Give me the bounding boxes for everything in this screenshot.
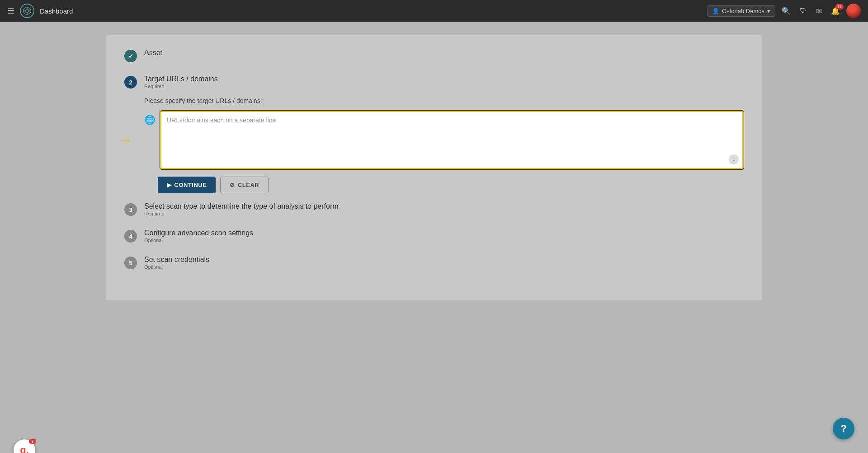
user-label: Ostorlab Demos [722,8,764,14]
notification-badge: 11 [835,4,844,9]
shield-button[interactable]: 🛡 [797,5,810,17]
search-button[interactable]: 🔍 [779,5,793,17]
step-3-sublabel: Required [144,211,744,216]
step-1-badge: ✓ [124,50,137,62]
nav-title: Dashboard [40,7,73,15]
step-3-badge: 3 [124,203,137,216]
shield-icon: 🛡 [800,7,807,14]
textarea-clear-icon-button[interactable]: ○ [729,154,739,164]
clear-icon: ⊘ [230,182,235,188]
user-icon: 👤 [712,8,719,14]
step-1-content: Asset [144,49,744,57]
step-4-item: 4 Configure advanced scan settings Optio… [124,229,744,243]
step-1-item: ✓ Asset [124,49,744,62]
step-2-item: 2 Target URLs / domains Required [124,75,744,89]
nav-right: 👤 Ostorlab Demos ▾ 🔍 🛡 ✉ 🔔 11 [707,4,861,18]
step-4-badge: 4 [124,230,137,243]
app-logo [20,4,34,18]
step-5-content: Set scan credentials Optional [144,256,744,270]
x-icon: ○ [732,157,736,162]
message-icon: ✉ [816,7,822,15]
step-2-expanded-content: Please specify the target URLs / domains… [144,97,744,193]
step-2-badge: 2 [124,76,137,89]
step-4-content: Configure advanced scan settings Optiona… [144,229,744,243]
nav-left: ☰ Dashboard [7,4,73,18]
svg-point-1 [26,9,29,13]
grammarly-notification-badge: 2 [29,439,36,444]
action-buttons: ▶ CONTINUE ⊘ CLEAR [158,177,744,193]
message-button[interactable]: ✉ [813,5,825,17]
top-navigation: ☰ Dashboard 👤 Ostorlab Demos ▾ 🔍 🛡 ✉ [0,0,868,22]
checkmark-icon: ✓ [128,53,133,60]
grammarly-letter: g. [20,444,29,453]
clear-button[interactable]: ⊘ CLEAR [220,177,269,193]
globe-icon: 🌐 [144,114,156,125]
search-icon: 🔍 [782,7,791,15]
continue-icon: ▶ [167,182,172,188]
step-2-content: Target URLs / domains Required [144,75,744,89]
step-4-sublabel: Optional [144,238,744,243]
clear-label: CLEAR [238,182,259,188]
wizard-card: ✓ Asset 2 Target URLs / domains Required… [106,35,762,300]
step-5-badge: 5 [124,257,137,269]
avatar[interactable] [846,4,861,18]
arrow-indicator: → [117,131,133,149]
step-4-label: Configure advanced scan settings [144,229,744,237]
url-input-wrapper: → 🌐 ○ [144,111,744,169]
step-2-description: Please specify the target URLs / domains… [144,97,744,104]
step-3-item: 3 Select scan type to determine the type… [124,202,744,216]
step-5-sublabel: Optional [144,264,744,270]
continue-label: CONTINUE [175,182,207,188]
dropdown-arrow-icon: ▾ [767,8,770,14]
main-content: ✓ Asset 2 Target URLs / domains Required… [0,22,868,453]
user-menu-button[interactable]: 👤 Ostorlab Demos ▾ [707,5,775,17]
url-textarea-container: ○ [160,111,744,169]
step-2-sublabel: Required [144,84,744,89]
continue-button[interactable]: ▶ CONTINUE [158,177,216,193]
step-5-label: Set scan credentials [144,256,744,264]
help-icon: ? [840,423,846,434]
step-5-item: 5 Set scan credentials Optional [124,256,744,270]
step-1-label: Asset [144,49,744,57]
hamburger-menu-icon[interactable]: ☰ [7,6,14,16]
help-button[interactable]: ? [833,418,854,439]
step-3-label: Select scan type to determine the type o… [144,202,744,210]
step-2-label: Target URLs / domains [144,75,744,83]
step-3-content: Select scan type to determine the type o… [144,202,744,216]
url-textarea[interactable] [161,112,742,166]
notifications-button[interactable]: 🔔 11 [828,5,843,17]
